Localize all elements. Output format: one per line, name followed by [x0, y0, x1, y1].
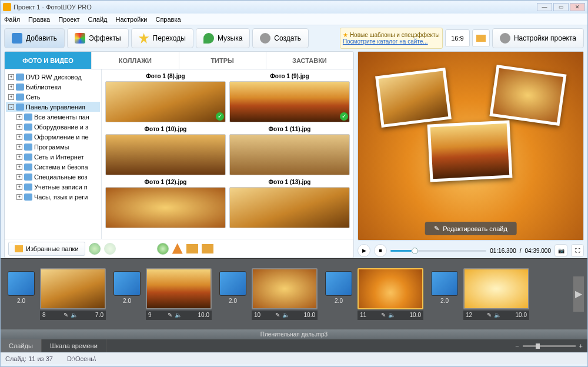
transitions-button[interactable]: Переходы: [131, 28, 193, 48]
timeline-slide[interactable]: 10✎🔈10.0: [250, 268, 319, 320]
tree-node[interactable]: +Учетные записи п: [6, 182, 100, 192]
transition[interactable]: 2.0: [4, 271, 38, 317]
tab-titles[interactable]: ТИТРЫ: [179, 52, 266, 69]
expand-icon[interactable]: +: [16, 194, 22, 200]
fullscreen-button[interactable]: ⛶: [571, 244, 584, 257]
close-button[interactable]: ✕: [570, 3, 585, 11]
tree-node[interactable]: +Сеть: [6, 92, 100, 102]
expand-icon[interactable]: +: [16, 144, 22, 150]
thumbnail[interactable]: Фото 1 (9).jpg✓: [229, 73, 350, 122]
tree-node[interactable]: +Сеть и Интернет: [6, 152, 100, 162]
expand-icon[interactable]: +: [16, 154, 22, 160]
expand-icon[interactable]: +: [16, 134, 22, 140]
favorites-button[interactable]: Избранные папки: [8, 242, 85, 256]
tree-node[interactable]: +Библиотеки: [6, 82, 100, 92]
tree-node[interactable]: +Часы, язык и реги: [6, 192, 100, 202]
timeline-zoom[interactable]: − +: [510, 339, 587, 352]
mute-icon[interactable]: 🔈: [494, 312, 501, 318]
thumbnail[interactable]: Фото 1 (13).jpg: [229, 179, 350, 228]
promo-link[interactable]: Посмотрите каталог на сайте...: [343, 38, 440, 45]
audio-track[interactable]: Пленительная даль.mp3: [1, 329, 587, 339]
edit-icon[interactable]: ✎: [487, 312, 492, 318]
download-icon[interactable]: [157, 243, 169, 255]
up-icon[interactable]: [172, 243, 183, 254]
mute-icon[interactable]: 🔈: [175, 312, 182, 318]
tree-node[interactable]: -Панель управления: [6, 102, 100, 112]
snapshot-button[interactable]: 📷: [554, 244, 567, 257]
zoom-out-icon[interactable]: −: [515, 342, 519, 349]
menu-slide[interactable]: Слайд: [88, 16, 107, 23]
timeline-slide[interactable]: 8✎🔈7.0: [38, 268, 108, 320]
edit-icon[interactable]: ✎: [64, 312, 68, 318]
slide-duration: 10.0: [516, 312, 527, 318]
expand-icon[interactable]: +: [8, 74, 14, 80]
seek-slider[interactable]: [390, 250, 486, 252]
transition[interactable]: 2.0: [427, 271, 462, 317]
effects-button[interactable]: Эффекты: [67, 28, 129, 48]
tree-node[interactable]: +DVD RW дисковод: [6, 72, 100, 82]
music-button[interactable]: Музыка: [196, 28, 250, 48]
mute-icon[interactable]: 🔈: [388, 312, 395, 318]
timeline-slide[interactable]: 9✎🔈10.0: [144, 268, 213, 320]
thumbnail[interactable]: Фото 1 (10).jpg: [105, 126, 226, 175]
expand-icon[interactable]: +: [8, 94, 14, 100]
menu-help[interactable]: Справка: [155, 16, 181, 23]
tree-node[interactable]: +Система и безопа: [6, 162, 100, 172]
play-button[interactable]: ▶: [358, 244, 370, 257]
mute-icon[interactable]: 🔈: [282, 312, 289, 318]
menu-edit[interactable]: Правка: [28, 16, 50, 23]
nav-back-button[interactable]: [89, 243, 101, 255]
expand-icon[interactable]: +: [8, 84, 14, 90]
tree-node[interactable]: +Специальные воз: [6, 172, 100, 182]
maximize-button[interactable]: ▭: [553, 3, 569, 11]
aspect-ratio[interactable]: 16:9: [445, 29, 470, 47]
edit-icon[interactable]: ✎: [168, 312, 172, 318]
expand-icon[interactable]: +: [16, 114, 22, 120]
timeline-slide[interactable]: 11✎🔈10.0: [356, 268, 425, 320]
add-button[interactable]: Добавить: [4, 28, 65, 48]
tab-splash[interactable]: ЗАСТАВКИ: [266, 52, 353, 69]
edit-icon[interactable]: ✎: [381, 312, 386, 318]
stop-button[interactable]: ■: [374, 244, 387, 257]
new-folder-icon[interactable]: [202, 244, 213, 253]
tree-label: Система и безопа: [34, 164, 88, 171]
tree-node[interactable]: +Программы: [6, 142, 100, 152]
theme-icon-button[interactable]: [472, 29, 490, 47]
transition[interactable]: 2.0: [322, 271, 356, 317]
tree-node[interactable]: +Оборудование и з: [6, 122, 100, 132]
strip-scroll-right[interactable]: ▶: [573, 276, 584, 312]
create-button[interactable]: Создать: [252, 28, 309, 48]
tree-node[interactable]: +Все элементы пан: [6, 112, 100, 122]
thumbnail[interactable]: Фото 1 (11).jpg: [229, 126, 350, 175]
transition[interactable]: 2.0: [216, 271, 250, 317]
open-folder-icon[interactable]: [186, 244, 198, 253]
minimize-button[interactable]: —: [537, 3, 552, 11]
project-settings-button[interactable]: Настройки проекта: [492, 28, 584, 48]
folder-tree[interactable]: +DVD RW дисковод+Библиотеки+Сеть-Панель …: [5, 69, 102, 239]
thumbnail[interactable]: Фото 1 (12).jpg: [105, 179, 226, 228]
menu-settings[interactable]: Настройки: [116, 16, 148, 23]
nav-forward-button[interactable]: [104, 243, 116, 255]
thumbnail[interactable]: Фото 1 (8).jpg✓: [105, 73, 226, 122]
zoom-in-icon[interactable]: +: [579, 342, 583, 349]
timeline-tab-slides[interactable]: Слайды: [1, 339, 42, 352]
edit-icon[interactable]: ✎: [275, 312, 280, 318]
menu-project[interactable]: Проект: [58, 16, 79, 23]
timeline-slide[interactable]: 12✎🔈10.0: [462, 268, 531, 320]
expand-icon[interactable]: +: [16, 164, 22, 170]
tree-node[interactable]: +Оформление и пе: [6, 132, 100, 142]
transition-duration: 2.0: [229, 298, 237, 304]
edit-slide-button[interactable]: ✎ Редактировать слайд: [425, 222, 517, 235]
expand-icon[interactable]: +: [16, 124, 22, 130]
mute-icon[interactable]: 🔈: [71, 312, 78, 318]
thumb-image: ✓: [105, 81, 226, 122]
menu-file[interactable]: Файл: [4, 16, 20, 23]
timeline-tab-scale[interactable]: Шкала времени: [42, 339, 106, 352]
tab-photo-video[interactable]: ФОТО И ВИДЕО: [5, 52, 92, 69]
expand-icon[interactable]: +: [16, 184, 22, 190]
transition[interactable]: 2.0: [110, 271, 144, 317]
expand-icon[interactable]: -: [8, 104, 14, 110]
expand-icon[interactable]: +: [16, 174, 22, 180]
slide-strip[interactable]: 2.08✎🔈7.02.09✎🔈10.02.010✎🔈10.02.011✎🔈10.…: [1, 259, 587, 329]
tab-collage[interactable]: КОЛЛАЖИ: [92, 52, 179, 69]
